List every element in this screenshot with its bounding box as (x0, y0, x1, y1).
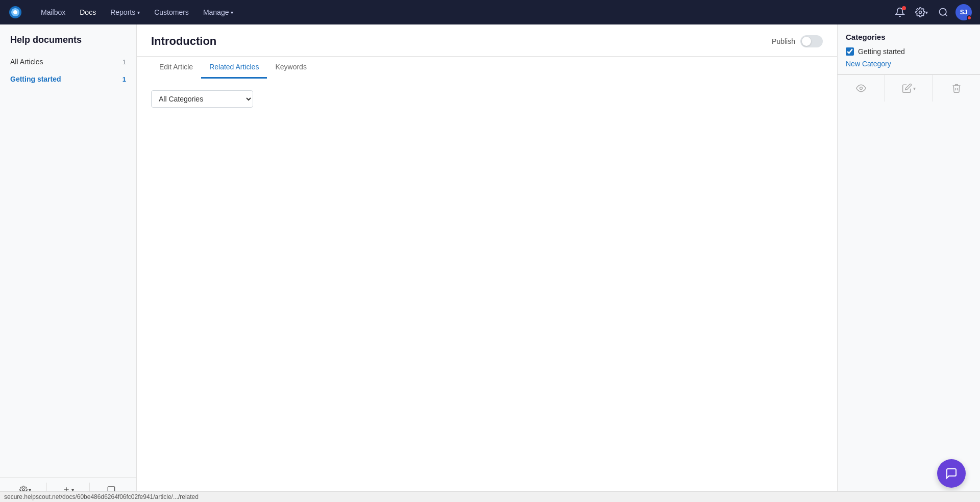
svg-point-3 (22, 489, 24, 491)
publish-label: Publish (772, 37, 795, 45)
main-layout: Help documents All Articles 1 Getting st… (0, 24, 980, 502)
delete-article-button[interactable] (933, 75, 980, 102)
categories-title: Categories (846, 33, 972, 41)
sidebar-title: Help documents (0, 24, 136, 54)
article-body: All CategoriesGetting started (137, 78, 837, 502)
tab-keywords[interactable]: Keywords (267, 57, 314, 79)
sidebar-article-list: All Articles 1 Getting started 1 (0, 54, 136, 477)
main-article-area: Introduction Publish Edit Article Relate… (137, 24, 837, 502)
article-header: Introduction Publish (137, 24, 837, 57)
edit-chevron-icon: ▾ (913, 86, 916, 91)
category-item-getting-started: Getting started (846, 47, 972, 56)
notification-dot (902, 6, 906, 10)
publish-area: Publish (772, 35, 823, 56)
top-navigation: Mailbox Docs Reports ▾ Customers Manage … (0, 0, 980, 24)
categories-section: Categories Getting started New Category (838, 24, 980, 74)
search-button[interactable] (935, 4, 951, 20)
svg-point-9 (860, 87, 863, 90)
nav-manage[interactable]: Manage ▾ (197, 5, 240, 19)
chat-button[interactable] (937, 459, 966, 488)
logo[interactable] (8, 5, 22, 19)
nav-reports[interactable]: Reports ▾ (104, 5, 146, 19)
nav-customers[interactable]: Customers (148, 5, 195, 19)
user-avatar[interactable]: SJ (955, 4, 972, 20)
category-label-getting-started: Getting started (858, 47, 905, 56)
view-article-button[interactable] (838, 75, 885, 102)
statusbar-url: secure.helpscout.net/docs/60be486d6264f0… (4, 493, 199, 500)
article-title: Introduction (151, 35, 216, 56)
category-checkbox-getting-started[interactable] (846, 47, 854, 56)
edit-article-button[interactable]: ▾ (885, 75, 933, 102)
right-panel: Categories Getting started New Category … (837, 24, 980, 502)
svg-rect-6 (108, 487, 114, 491)
right-panel-actions: ▾ (838, 74, 980, 102)
nav-docs[interactable]: Docs (74, 5, 102, 19)
nav-right-actions: ▾ SJ (892, 4, 972, 20)
toggle-knob (802, 37, 811, 46)
nav-mailbox[interactable]: Mailbox (35, 5, 71, 19)
sidebar-item-all-articles[interactable]: All Articles 1 (6, 54, 130, 70)
tab-edit-article[interactable]: Edit Article (151, 57, 201, 79)
article-tabs: Edit Article Related Articles Keywords (137, 57, 837, 78)
manage-chevron-icon: ▾ (231, 10, 233, 15)
avatar-status-dot (967, 15, 972, 20)
statusbar: secure.helpscout.net/docs/60be486d6264f0… (0, 491, 980, 502)
sidebar-item-getting-started[interactable]: Getting started 1 (6, 71, 130, 87)
notifications-button[interactable] (892, 4, 908, 20)
publish-toggle[interactable] (800, 35, 823, 47)
reports-chevron-icon: ▾ (137, 10, 140, 15)
svg-point-1 (940, 9, 946, 15)
svg-point-0 (919, 11, 922, 14)
settings-button[interactable]: ▾ (912, 4, 931, 20)
new-category-link[interactable]: New Category (846, 60, 972, 68)
svg-line-2 (945, 14, 947, 16)
nav-items: Mailbox Docs Reports ▾ Customers Manage … (35, 5, 892, 19)
tab-related-articles[interactable]: Related Articles (201, 57, 267, 79)
left-sidebar: Help documents All Articles 1 Getting st… (0, 24, 137, 502)
category-filter-dropdown[interactable]: All CategoriesGetting started (151, 90, 253, 108)
settings-chevron-icon: ▾ (925, 10, 928, 15)
